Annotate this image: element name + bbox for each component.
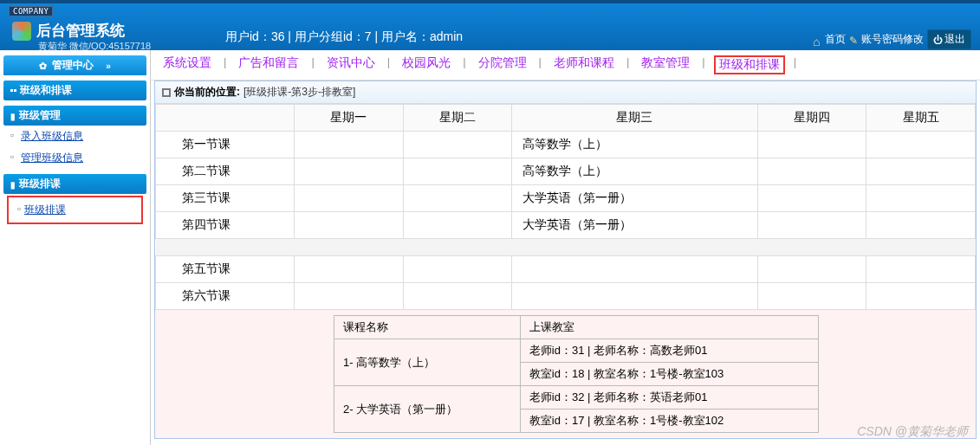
home-link[interactable]: 首页	[813, 32, 846, 47]
content-panel: 你当前的位置: [班级排课-第3步-排教室] 星期一 星期二 星期三 星期四 星…	[154, 81, 977, 439]
table-header: 星期三	[512, 105, 757, 132]
nav-branch[interactable]: 分院管理	[475, 55, 530, 74]
user-info: 用户id：36 | 用户分组id：7 | 用户名：admin	[225, 29, 463, 45]
table-header: 星期二	[403, 105, 512, 132]
table-row: 第一节课高等数学（上）	[156, 132, 976, 158]
bar-icon	[10, 110, 16, 122]
table-row: 第三节课大学英语（第一册）	[156, 185, 976, 212]
table-header: 星期四	[757, 105, 866, 132]
table-header-row: 星期一 星期二 星期三 星期四 星期五	[156, 105, 976, 132]
app-subtitle: 黄菊华 微信/QQ:45157718	[38, 40, 151, 53]
app-title: 后台管理系统	[36, 21, 125, 41]
breadcrumb-path: [班级排课-第3步-排教室]	[243, 85, 355, 100]
nav-system[interactable]: 系统设置	[159, 55, 215, 74]
edit-icon	[849, 35, 860, 45]
sidebar-section-class-mgmt: 班级管理 录入班级信息 管理班级信息	[3, 106, 146, 169]
detail-info: 教室id：17 | 教室名称：1号楼-教室102	[520, 410, 818, 433]
nav-ads[interactable]: 广告和留言	[235, 55, 302, 74]
detail-info: 教室id：18 | 教室名称：1号楼-教室103	[520, 363, 818, 386]
detail-info: 老师id：32 | 老师名称：英语老师01	[520, 386, 818, 410]
sidebar-item-add-class[interactable]: 录入班级信息	[3, 126, 146, 147]
nav-teacher[interactable]: 老师和课程	[550, 55, 618, 74]
grid-icon	[10, 89, 16, 92]
logo-block: 后台管理系统	[12, 21, 125, 41]
course-detail-table: 课程名称上课教室 1- 高等数学（上）老师id：31 | 老师名称：高数老师01…	[334, 315, 819, 433]
sidebar-item-class-schedule[interactable]: 班级排课	[10, 199, 140, 221]
course-detail-panel: 课程名称上课教室 1- 高等数学（上）老师id：31 | 老师名称：高数老师01…	[155, 310, 976, 438]
detail-course: 1- 高等数学（上）	[334, 339, 521, 386]
table-row: 第四节课大学英语（第一册）	[156, 212, 976, 239]
change-password-link[interactable]: 账号密码修改	[849, 32, 924, 47]
company-tag: COMPANY	[9, 6, 53, 16]
table-row: 第六节课	[156, 283, 976, 310]
table-header	[156, 105, 295, 132]
home-icon	[813, 35, 823, 45]
logout-button[interactable]: 退出	[927, 29, 971, 49]
top-nav: 系统设置| 广告和留言| 资讯中心| 校园风光| 分院管理| 老师和课程| 教室…	[151, 50, 980, 81]
table-header: 星期一	[295, 105, 404, 132]
arrow-icon	[99, 60, 111, 72]
section-head-class-mgmt[interactable]: 班级管理	[3, 106, 146, 126]
table-header: 星期五	[866, 105, 976, 132]
header-actions: 首页 账号密码修改 退出	[813, 29, 971, 49]
table-spacer	[156, 239, 976, 256]
detail-info: 老师id：31 | 老师名称：高数老师01	[520, 339, 818, 363]
main-area: 系统设置| 广告和留言| 资讯中心| 校园风光| 分院管理| 老师和课程| 教室…	[151, 50, 980, 445]
sidebar-section-scheduling: 班级和排课	[3, 81, 146, 100]
sidebar-header: 管理中心	[3, 55, 146, 75]
nav-campus[interactable]: 校园风光	[399, 55, 454, 74]
sidebar-section-class-schedule: 班级排课 班级排课	[3, 174, 146, 224]
highlight-box: 班级排课	[7, 196, 143, 224]
table-row: 第五节课	[156, 256, 976, 283]
schedule-table: 星期一 星期二 星期三 星期四 星期五 第一节课高等数学（上） 第二节课高等数学…	[155, 104, 976, 310]
square-icon	[162, 88, 171, 97]
section-head-scheduling[interactable]: 班级和排课	[3, 81, 146, 100]
table-row: 第二节课高等数学（上）	[156, 158, 976, 185]
breadcrumb: 你当前的位置: [班级排课-第3步-排教室]	[155, 81, 976, 104]
nav-news[interactable]: 资讯中心	[323, 55, 379, 74]
sidebar: 管理中心 班级和排课 班级管理 录入班级信息 管理班级信息 班级排课 班级排课	[0, 50, 151, 445]
section-head-class-schedule[interactable]: 班级排课	[3, 174, 146, 194]
power-icon	[933, 34, 943, 46]
sidebar-item-manage-class[interactable]: 管理班级信息	[3, 147, 146, 169]
bar-icon	[10, 178, 16, 190]
logo-icon	[12, 22, 31, 41]
detail-header: 上课教室	[520, 316, 818, 339]
cog-icon	[39, 60, 47, 72]
nav-schedule[interactable]: 班级和排课	[714, 55, 785, 74]
breadcrumb-label: 你当前的位置:	[174, 85, 240, 100]
detail-header: 课程名称	[334, 316, 521, 339]
detail-course: 2- 大学英语（第一册）	[334, 386, 521, 433]
nav-classroom[interactable]: 教室管理	[638, 55, 693, 74]
header-bar: COMPANY 后台管理系统 黄菊华 微信/QQ:45157718 用户id：3…	[0, 0, 980, 50]
